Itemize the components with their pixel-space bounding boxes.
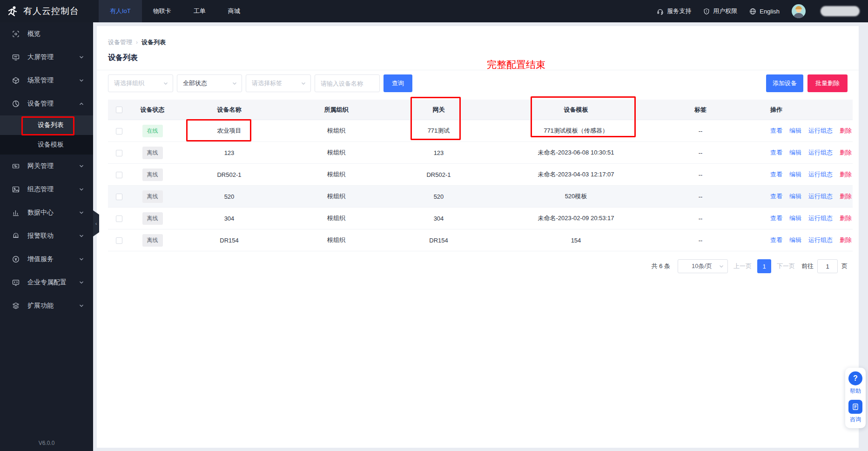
logo[interactable]: 有人云控制台: [0, 0, 93, 22]
table-row: 离线 DR502-1 根组织 DR502-1 未命名-2023-04-03 12…: [108, 164, 853, 186]
breadcrumb-current: 设备列表: [141, 38, 166, 47]
chevron-up-icon: [79, 101, 84, 106]
device-name-input[interactable]: [315, 74, 380, 92]
tab-usr-iot[interactable]: 有人IoT: [99, 0, 142, 22]
consult-button[interactable]: 咨询: [848, 400, 862, 424]
run-hmi-link[interactable]: 运行组态: [808, 192, 833, 201]
user-permission[interactable]: 用户权限: [703, 7, 737, 15]
tag-select[interactable]: 请选择标签: [246, 74, 311, 92]
edit-link[interactable]: 编辑: [789, 148, 801, 157]
view-link[interactable]: 查看: [770, 127, 782, 135]
sidebar-label-hmi: 组态管理: [27, 185, 79, 194]
select-all-checkbox[interactable]: [116, 107, 122, 113]
page-size-select[interactable]: 10条/页: [678, 259, 728, 273]
sidebar-item-overview[interactable]: 概览: [0, 22, 93, 46]
float-help-widget: ? 帮助 咨询: [845, 368, 866, 428]
device-gateway: 123: [389, 149, 489, 156]
org-select[interactable]: 请选择组织: [108, 74, 173, 92]
device-tag: --: [663, 171, 738, 178]
device-tag: --: [663, 215, 738, 222]
sidebar-item-data-center[interactable]: 数据中心: [0, 201, 93, 224]
sidebar-item-alarm[interactable]: 报警联动: [0, 224, 93, 248]
row-checkbox[interactable]: [116, 237, 122, 244]
sidebar-item-vas[interactable]: 增值服务: [0, 248, 93, 271]
tab-mall[interactable]: 商城: [217, 0, 251, 22]
alarm-bell-icon: [12, 232, 20, 240]
run-hmi-link[interactable]: 运行组态: [808, 148, 833, 157]
service-support[interactable]: 服务支持: [657, 7, 691, 15]
sidebar-item-scene[interactable]: 场景管理: [0, 69, 93, 92]
header-org: 所属组织: [284, 106, 389, 114]
sidebar-item-device-template[interactable]: 设备模板: [0, 135, 93, 155]
status-badge: 离线: [142, 190, 163, 203]
device-name: 520: [175, 193, 284, 200]
hmi-picture-icon: [12, 186, 20, 193]
row-checkbox[interactable]: [116, 194, 122, 200]
row-checkbox[interactable]: [116, 150, 122, 156]
current-page-button[interactable]: 1: [757, 259, 771, 273]
org-select-placeholder: 请选择组织: [114, 79, 163, 88]
sidebar-item-hmi[interactable]: 组态管理: [0, 178, 93, 201]
sidebar-label-vas: 增值服务: [27, 255, 79, 263]
sidebar-item-device[interactable]: 设备管理: [0, 92, 93, 115]
sidebar-item-gateway[interactable]: 网关管理: [0, 155, 93, 178]
row-checkbox[interactable]: [116, 215, 122, 222]
sidebar-item-screen[interactable]: 大屏管理: [0, 46, 93, 69]
delete-link[interactable]: 删除: [840, 192, 852, 201]
row-checkbox[interactable]: [116, 128, 122, 135]
sidebar-label-extension: 扩展功能: [27, 302, 79, 310]
sidebar: 概览 大屏管理 场景管理 设备管理 设备列表 设备模板 网关管理 组态管理 数据…: [0, 22, 93, 451]
breadcrumb-parent[interactable]: 设备管理: [108, 38, 132, 47]
edit-link[interactable]: 编辑: [789, 170, 801, 179]
view-link[interactable]: 查看: [770, 214, 782, 222]
prev-page-button[interactable]: 上一页: [733, 262, 752, 270]
add-device-button[interactable]: 添加设备: [766, 74, 803, 92]
delete-link[interactable]: 删除: [840, 214, 852, 222]
big-screen-icon: [12, 54, 20, 61]
view-link[interactable]: 查看: [770, 148, 782, 157]
run-hmi-link[interactable]: 运行组态: [808, 214, 833, 222]
view-link[interactable]: 查看: [770, 192, 782, 201]
tab-work-order[interactable]: 工单: [182, 0, 217, 22]
delete-link[interactable]: 删除: [840, 127, 852, 135]
device-org: 根组织: [284, 127, 389, 135]
device-table: 设备状态 设备名称 所属组织 网关 设备模板 标签 操作 在线 农业项目 根组织…: [108, 100, 853, 251]
language-switch[interactable]: English: [749, 8, 780, 15]
device-pie-icon: [12, 100, 20, 108]
app-title: 有人云控制台: [23, 5, 79, 17]
sidebar-item-extension[interactable]: 扩展功能: [0, 294, 93, 317]
header-tag: 标签: [663, 106, 738, 114]
status-select[interactable]: 全部状态: [177, 74, 242, 92]
delete-link[interactable]: 删除: [840, 170, 852, 179]
topbar-meta: 服务支持 用户权限 English: [657, 0, 868, 22]
edit-link[interactable]: 编辑: [789, 214, 801, 222]
device-tag: --: [663, 149, 738, 156]
headset-icon: [657, 8, 664, 15]
edit-link[interactable]: 编辑: [789, 192, 801, 201]
edit-link[interactable]: 编辑: [789, 127, 801, 135]
tab-iot-card[interactable]: 物联卡: [142, 0, 182, 22]
view-link[interactable]: 查看: [770, 236, 782, 244]
view-link[interactable]: 查看: [770, 170, 782, 179]
device-name: 304: [175, 215, 284, 222]
next-page-button[interactable]: 下一页: [777, 262, 795, 270]
status-badge: 离线: [142, 168, 163, 181]
run-hmi-link[interactable]: 运行组态: [808, 127, 833, 135]
sidebar-item-enterprise[interactable]: 企业专属配置: [0, 271, 93, 294]
user-avatar[interactable]: [792, 4, 806, 18]
chevron-down-icon: [79, 78, 84, 83]
run-hmi-link[interactable]: 运行组态: [808, 236, 833, 244]
help-button[interactable]: ? 帮助: [848, 371, 862, 395]
query-button[interactable]: 查询: [384, 74, 412, 92]
sidebar-item-device-list[interactable]: 设备列表: [0, 115, 93, 135]
row-checkbox[interactable]: [116, 172, 122, 178]
delete-link[interactable]: 删除: [840, 148, 852, 157]
device-submenu: 设备列表 设备模板: [0, 115, 93, 155]
batch-delete-button[interactable]: 批量删除: [807, 74, 848, 92]
goto-page-input[interactable]: [817, 259, 838, 273]
run-hmi-link[interactable]: 运行组态: [808, 170, 833, 179]
edit-link[interactable]: 编辑: [789, 236, 801, 244]
delete-link[interactable]: 删除: [840, 236, 852, 244]
enterprise-config-icon: [12, 279, 20, 286]
sidebar-collapse-handle[interactable]: ‹: [93, 210, 99, 236]
